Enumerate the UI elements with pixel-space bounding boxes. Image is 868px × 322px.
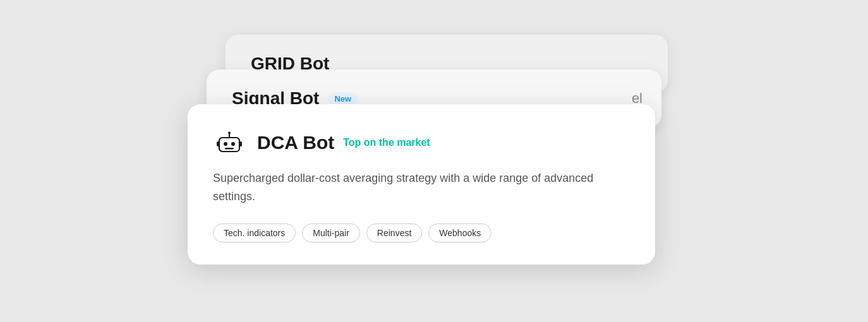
svg-point-2	[231, 142, 235, 146]
svg-point-1	[224, 142, 227, 146]
tag: Webhooks	[428, 224, 491, 242]
svg-rect-3	[225, 148, 234, 150]
tag: Multi-pair	[302, 224, 360, 242]
svg-point-5	[228, 132, 231, 134]
dca-bot-icon	[213, 126, 246, 159]
top-badge: Top on the market	[343, 137, 430, 148]
svg-rect-7	[239, 141, 242, 146]
dca-bot-tags: Tech. indicatorsMulti-pairReinvestWebhoo…	[213, 224, 630, 242]
tag: Reinvest	[366, 224, 422, 242]
cards-stack: GRID Bot Signal Bot New el	[188, 35, 680, 287]
tag: Tech. indicators	[213, 224, 296, 242]
dca-bot-header: DCA Bot Top on the market	[213, 126, 630, 159]
dca-title-row: DCA Bot Top on the market	[257, 132, 430, 153]
dca-bot-card[interactable]: DCA Bot Top on the market Supercharged d…	[188, 104, 655, 265]
svg-rect-6	[217, 141, 219, 146]
svg-rect-0	[219, 138, 239, 152]
dca-bot-title: DCA Bot	[257, 132, 334, 153]
dca-bot-description: Supercharged dollar-cost averaging strat…	[213, 169, 605, 206]
new-badge: New	[328, 92, 358, 105]
